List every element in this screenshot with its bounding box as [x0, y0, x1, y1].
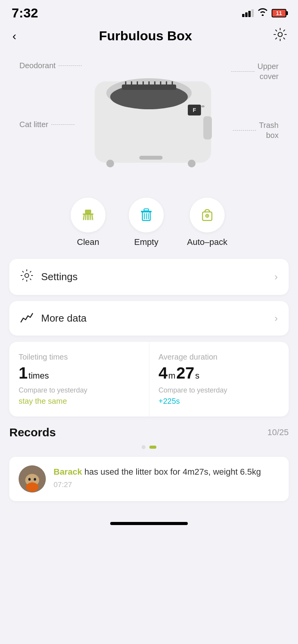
menu-section: Settings › More data › [0, 259, 298, 336]
svg-point-44 [28, 478, 31, 481]
header: ‹ Furbulous Box [0, 24, 298, 50]
duration-label: Average duration [159, 353, 280, 362]
label-deodorant: Deodorant [19, 61, 83, 70]
settings-icon-header[interactable] [273, 28, 287, 44]
svg-point-20 [188, 160, 196, 167]
svg-rect-18 [139, 156, 163, 160]
svg-rect-17 [201, 105, 204, 107]
action-empty[interactable]: Empty [129, 198, 164, 247]
autopack-button[interactable] [190, 198, 225, 232]
record-text: Barack has used the litter box for 4m27s… [54, 465, 279, 478]
stat-toileting: Toileting times 1times Compare to yester… [9, 342, 149, 417]
records-page: 10/25 [267, 427, 289, 437]
toileting-label: Toileting times [19, 353, 140, 362]
label-cat-litter: Cat litter [19, 120, 76, 129]
status-bar: 7:32 11 [0, 0, 298, 24]
moredata-menu-label: More data [41, 312, 87, 324]
record-pet-name: Barack [54, 467, 82, 477]
settings-menu-icon [20, 269, 33, 285]
avatar [19, 465, 46, 492]
stats-row: Toileting times 1times Compare to yester… [9, 342, 289, 417]
back-button[interactable]: ‹ [11, 29, 18, 43]
device-illustration: F [71, 58, 227, 174]
duration-value: 4m27s [159, 364, 280, 382]
svg-point-45 [34, 478, 36, 481]
svg-rect-4 [122, 84, 176, 90]
settings-chevron-icon: › [274, 271, 278, 283]
dot-active [149, 446, 156, 449]
svg-rect-21 [85, 210, 91, 214]
stats-section: Toileting times 1times Compare to yester… [9, 342, 289, 417]
autopack-icon [199, 207, 216, 224]
duration-compare: Compare to yesterday [159, 386, 280, 394]
home-indicator [110, 522, 188, 525]
settings-menu-label: Settings [41, 271, 78, 283]
empty-button[interactable] [129, 198, 164, 232]
dot-inactive [142, 445, 146, 449]
wifi-icon [258, 8, 268, 18]
battery-icon: 11 [272, 9, 286, 17]
record-item: Barack has used the litter box for 4m27s… [9, 457, 289, 501]
autopack-label: Auto–pack [187, 237, 227, 247]
moredata-menu-item[interactable]: More data › [9, 301, 289, 336]
action-autopack[interactable]: Auto–pack [187, 198, 227, 247]
action-clean[interactable]: Clean [71, 198, 106, 247]
actions-section: Clean Empty A [0, 190, 298, 259]
clean-button[interactable] [71, 198, 106, 232]
status-icons: 11 [242, 8, 286, 18]
duration-change: +225s [159, 397, 280, 406]
page-title: Furbulous Box [99, 28, 192, 43]
signal-icon [242, 9, 254, 17]
toileting-change: stay the same [19, 397, 140, 406]
svg-text:F: F [193, 107, 196, 113]
svg-point-47 [26, 482, 38, 492]
records-title: Records [9, 426, 56, 439]
toileting-compare: Compare to yesterday [19, 386, 140, 394]
svg-point-19 [106, 160, 114, 167]
record-content: Barack has used the litter box for 4m27s… [54, 465, 279, 489]
bottom-bar [0, 513, 298, 533]
moredata-chevron-icon: › [274, 312, 278, 324]
svg-point-0 [278, 33, 282, 37]
records-dots [9, 445, 289, 449]
svg-line-24 [85, 215, 86, 220]
svg-line-23 [83, 215, 84, 220]
empty-label: Empty [134, 237, 158, 247]
empty-icon [138, 207, 155, 224]
svg-line-27 [90, 215, 91, 220]
svg-rect-14 [203, 116, 212, 139]
device-section: Deodorant Uppercover Cat litter Trashbox [0, 50, 298, 190]
moredata-menu-icon [20, 311, 33, 325]
label-trash-box: Trashbox [231, 120, 279, 140]
stat-duration: Average duration 4m27s Compare to yester… [149, 342, 289, 417]
label-upper-cover: Uppercover [230, 61, 279, 81]
clean-icon [80, 207, 97, 224]
svg-rect-31 [144, 209, 149, 211]
records-section: Records 10/25 [9, 426, 289, 501]
record-time: 07:27 [54, 480, 279, 489]
device-image: Deodorant Uppercover Cat litter Trashbox [12, 50, 286, 182]
svg-point-39 [25, 274, 29, 277]
records-header: Records 10/25 [9, 426, 289, 439]
toileting-value: 1times [19, 364, 140, 382]
status-time: 7:32 [12, 5, 38, 21]
svg-line-28 [92, 215, 93, 220]
settings-menu-item[interactable]: Settings › [9, 259, 289, 295]
clean-label: Clean [77, 237, 99, 247]
